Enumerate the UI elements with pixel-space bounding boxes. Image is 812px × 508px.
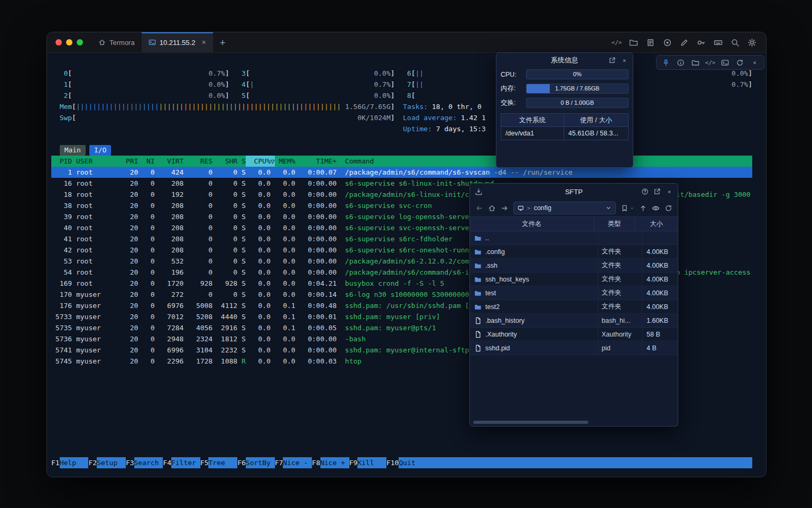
fkey-f8-label[interactable]: Nice + bbox=[320, 457, 349, 468]
chevron-down-icon[interactable] bbox=[605, 205, 612, 211]
folder-icon[interactable] bbox=[629, 38, 638, 47]
file-row[interactable]: ssh_host_keys文件夹4.00KB bbox=[470, 273, 678, 286]
sftp-table-header[interactable]: 文件名类型大小 bbox=[470, 217, 678, 231]
fkey-f7[interactable]: F7 bbox=[275, 457, 283, 468]
file-row[interactable]: .bash_historybash_hi...1.60KB bbox=[470, 314, 678, 328]
fkey-f9[interactable]: F9 bbox=[349, 457, 358, 468]
ni-column-header[interactable]: NI bbox=[138, 156, 154, 167]
open-in-new-icon[interactable] bbox=[653, 188, 661, 195]
terminal-icon[interactable] bbox=[721, 59, 729, 67]
virt-cell: 208 bbox=[155, 244, 184, 256]
process-row[interactable]: 1root20042400S0.00.00:00.07/package/admi… bbox=[51, 167, 752, 178]
cpu-meter-3: 3[0.0%] bbox=[237, 68, 394, 79]
refresh-icon[interactable] bbox=[736, 59, 744, 67]
process-table-header[interactable]: PIDUSERPRINIVIRTRESSHRSCPU%▽MEM%TIME+Com… bbox=[51, 156, 752, 167]
file-row[interactable]: .ssh文件夹4.00KB bbox=[470, 259, 678, 273]
fkey-f1[interactable]: F1 bbox=[51, 457, 60, 468]
sr-column-header[interactable]: SHR bbox=[213, 156, 237, 167]
screen-tab-i-o[interactable]: I/O bbox=[89, 145, 111, 156]
bookmark-dropdown[interactable] bbox=[621, 204, 634, 212]
refresh-icon[interactable] bbox=[665, 204, 672, 212]
minimize-window-button[interactable] bbox=[66, 39, 72, 46]
settings-icon[interactable] bbox=[748, 38, 756, 47]
fkey-f10[interactable]: F10 bbox=[386, 457, 399, 468]
size-column-header[interactable]: 大小 bbox=[635, 217, 678, 231]
fkey-f6-label[interactable]: SortBy bbox=[246, 457, 275, 468]
close-window-button[interactable] bbox=[56, 39, 62, 46]
fkey-f5[interactable]: F5 bbox=[200, 457, 209, 468]
download-icon[interactable] bbox=[475, 188, 483, 196]
key-icon[interactable] bbox=[697, 38, 706, 47]
close-tab-icon[interactable]: × bbox=[201, 39, 206, 46]
open-in-new-icon[interactable] bbox=[608, 57, 616, 64]
search-icon[interactable] bbox=[731, 38, 740, 47]
screen-tab-main[interactable]: Main bbox=[60, 145, 86, 156]
fkey-f7-label[interactable]: Nice - bbox=[283, 457, 312, 468]
eye-icon[interactable] bbox=[652, 204, 660, 212]
keyboard-icon[interactable] bbox=[714, 38, 723, 47]
fkey-f3[interactable]: F3 bbox=[126, 457, 134, 468]
filesystem-row[interactable]: /dev/vda145.61GB / 58.3... bbox=[501, 127, 628, 140]
fkey-f2-label[interactable]: Setup bbox=[97, 457, 126, 468]
fkey-f3-label[interactable]: Search bbox=[134, 457, 163, 468]
fkey-f9-label[interactable]: Kill bbox=[357, 457, 386, 468]
close-icon[interactable]: × bbox=[751, 59, 759, 67]
record-icon[interactable] bbox=[663, 38, 672, 47]
fkey-f8[interactable]: F8 bbox=[312, 457, 320, 468]
fkey-f6[interactable]: F6 bbox=[237, 457, 246, 468]
fkey-f2[interactable]: F2 bbox=[88, 457, 97, 468]
mem-column-header[interactable]: MEM% bbox=[275, 156, 296, 167]
user-cell: root bbox=[76, 278, 113, 289]
virt-column-header[interactable]: VIRT bbox=[155, 156, 184, 167]
pin-icon[interactable] bbox=[662, 59, 670, 67]
pri-cell: 20 bbox=[113, 322, 138, 333]
report-icon[interactable] bbox=[646, 38, 655, 47]
bookmark-icon[interactable] bbox=[621, 204, 629, 212]
file-name-cell: .ssh bbox=[470, 262, 598, 269]
cpu-id: 7 bbox=[403, 79, 411, 90]
fkey-f5-label[interactable]: Tree bbox=[208, 457, 237, 468]
file-name: sshd.pid bbox=[485, 344, 510, 352]
file-row[interactable]: test文件夹4.00KB bbox=[470, 286, 678, 300]
close-icon[interactable]: × bbox=[621, 57, 628, 64]
fkey-f1-label[interactable]: Help bbox=[60, 457, 89, 468]
code-icon[interactable]: </> bbox=[706, 59, 714, 67]
fkey-f10-label[interactable]: Quit bbox=[399, 457, 428, 468]
folder-icon[interactable] bbox=[691, 59, 699, 67]
info-icon[interactable] bbox=[677, 59, 685, 67]
fkey-f4[interactable]: F4 bbox=[163, 457, 171, 468]
close-icon[interactable]: × bbox=[666, 188, 673, 195]
file-row[interactable]: .XauthorityXauthority58 B bbox=[470, 328, 678, 341]
new-tab-button[interactable]: + bbox=[213, 32, 233, 52]
chevron-down-icon[interactable] bbox=[630, 206, 634, 211]
cpu-column-header[interactable]: CPU%▽ bbox=[246, 156, 275, 167]
pid-column-header[interactable]: PID bbox=[51, 156, 72, 167]
type-column-header[interactable]: 类型 bbox=[594, 217, 635, 231]
tab-termora[interactable]: Termora bbox=[91, 32, 142, 52]
time-column-header[interactable]: TIME+ bbox=[296, 156, 337, 167]
s-column-header[interactable]: S bbox=[237, 156, 246, 167]
fkey-f4-label[interactable]: Filter bbox=[171, 457, 200, 468]
home-icon[interactable] bbox=[488, 204, 496, 212]
user-cell: myuser bbox=[76, 300, 113, 311]
scrollbar-thumb[interactable] bbox=[473, 421, 588, 424]
arrow-up-icon[interactable] bbox=[639, 204, 647, 212]
name-column-header[interactable]: 文件名 bbox=[470, 217, 594, 231]
file-row[interactable]: .config文件夹4.00KB bbox=[470, 245, 678, 259]
path-combobox[interactable]: >config bbox=[513, 202, 616, 214]
pri-column-header[interactable]: PRI bbox=[113, 156, 138, 167]
time-cell: 0:00.00 bbox=[296, 200, 337, 211]
sftp-horizontal-scrollbar[interactable] bbox=[470, 420, 678, 426]
file-row[interactable]: sshd.pidpid4 B bbox=[470, 341, 678, 355]
user-column-header[interactable]: USER bbox=[76, 156, 113, 167]
edit-icon[interactable] bbox=[680, 38, 689, 47]
code-icon[interactable]: </> bbox=[612, 38, 621, 47]
zoom-window-button[interactable] bbox=[77, 39, 83, 46]
arrow-right-icon[interactable] bbox=[501, 204, 509, 212]
file-row[interactable]: test2文件夹4.00KB bbox=[470, 300, 678, 314]
arrow-left-icon[interactable] bbox=[475, 204, 483, 212]
res-column-header[interactable]: RES bbox=[183, 156, 213, 167]
help-icon[interactable] bbox=[641, 188, 649, 195]
file-row[interactable]: .. bbox=[470, 231, 678, 245]
tab-10-211-55-2[interactable]: 10.211.55.2× bbox=[142, 32, 213, 52]
